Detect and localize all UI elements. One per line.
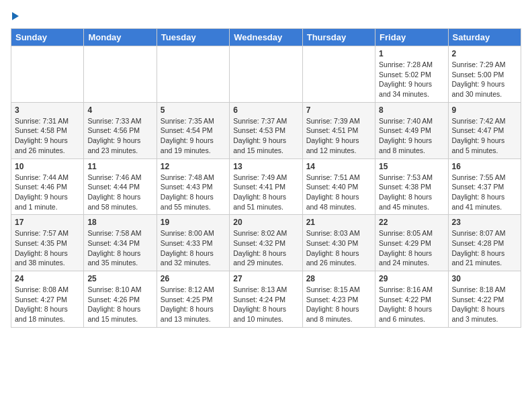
- calendar-cell: 10Sunrise: 7:44 AM Sunset: 4:46 PM Dayli…: [11, 158, 84, 215]
- calendar-week-row: 1Sunrise: 7:28 AM Sunset: 5:02 PM Daylig…: [11, 46, 521, 103]
- calendar-cell: 12Sunrise: 7:48 AM Sunset: 4:43 PM Dayli…: [157, 158, 229, 215]
- calendar-day-header: Friday: [375, 29, 448, 46]
- day-info: Sunrise: 8:15 AM Sunset: 4:23 PM Dayligh…: [306, 285, 371, 324]
- day-number: 4: [87, 105, 152, 115]
- day-number: 21: [306, 218, 371, 227]
- day-number: 23: [452, 218, 517, 227]
- logo-arrow-icon: [12, 12, 19, 20]
- day-info: Sunrise: 8:00 AM Sunset: 4:33 PM Dayligh…: [161, 228, 226, 268]
- calendar-cell: [84, 46, 157, 103]
- day-number: 6: [233, 105, 298, 115]
- day-info: Sunrise: 7:37 AM Sunset: 4:53 PM Dayligh…: [233, 116, 298, 156]
- calendar-cell: 5Sunrise: 7:35 AM Sunset: 4:54 PM Daylig…: [157, 102, 229, 158]
- calendar-cell: 29Sunrise: 8:16 AM Sunset: 4:22 PM Dayli…: [375, 271, 448, 328]
- day-number: 27: [233, 274, 298, 283]
- calendar-day-header: Thursday: [302, 29, 375, 46]
- calendar-cell: 18Sunrise: 7:58 AM Sunset: 4:34 PM Dayli…: [84, 215, 157, 271]
- calendar-cell: 25Sunrise: 8:10 AM Sunset: 4:26 PM Dayli…: [84, 271, 157, 328]
- day-info: Sunrise: 8:12 AM Sunset: 4:25 PM Dayligh…: [161, 285, 226, 324]
- calendar-cell: 20Sunrise: 8:02 AM Sunset: 4:32 PM Dayli…: [230, 215, 302, 271]
- day-number: 7: [306, 105, 371, 115]
- calendar-cell: 13Sunrise: 7:49 AM Sunset: 4:41 PM Dayli…: [230, 158, 302, 215]
- day-info: Sunrise: 8:05 AM Sunset: 4:29 PM Dayligh…: [379, 228, 444, 268]
- day-number: 8: [379, 105, 444, 115]
- day-info: Sunrise: 8:07 AM Sunset: 4:28 PM Dayligh…: [452, 228, 517, 268]
- day-number: 13: [233, 162, 298, 171]
- calendar-cell: 23Sunrise: 8:07 AM Sunset: 4:28 PM Dayli…: [448, 215, 521, 271]
- day-number: 24: [15, 274, 80, 283]
- calendar-cell: 11Sunrise: 7:46 AM Sunset: 4:44 PM Dayli…: [84, 158, 157, 215]
- calendar-cell: 24Sunrise: 8:08 AM Sunset: 4:27 PM Dayli…: [11, 271, 84, 328]
- calendar-cell: 27Sunrise: 8:13 AM Sunset: 4:24 PM Dayli…: [230, 271, 302, 328]
- calendar-day-header: Saturday: [448, 29, 521, 46]
- day-number: 5: [161, 105, 226, 115]
- calendar-cell: 2Sunrise: 7:29 AM Sunset: 5:00 PM Daylig…: [448, 46, 521, 103]
- calendar-cell: 30Sunrise: 8:18 AM Sunset: 4:22 PM Dayli…: [448, 271, 521, 328]
- day-info: Sunrise: 8:03 AM Sunset: 4:30 PM Dayligh…: [306, 228, 371, 268]
- calendar-day-header: Wednesday: [230, 29, 302, 46]
- day-number: 18: [87, 218, 152, 227]
- calendar-week-row: 24Sunrise: 8:08 AM Sunset: 4:27 PM Dayli…: [11, 271, 521, 328]
- day-number: 11: [87, 162, 152, 171]
- calendar-week-row: 17Sunrise: 7:57 AM Sunset: 4:35 PM Dayli…: [11, 215, 521, 271]
- day-info: Sunrise: 7:29 AM Sunset: 5:00 PM Dayligh…: [452, 60, 517, 99]
- calendar-cell: [157, 46, 229, 103]
- calendar-table: SundayMondayTuesdayWednesdayThursdayFrid…: [11, 28, 521, 328]
- day-info: Sunrise: 8:16 AM Sunset: 4:22 PM Dayligh…: [379, 285, 444, 324]
- day-info: Sunrise: 7:49 AM Sunset: 4:41 PM Dayligh…: [233, 173, 298, 212]
- day-number: 1: [379, 49, 444, 58]
- day-info: Sunrise: 8:10 AM Sunset: 4:26 PM Dayligh…: [87, 285, 152, 324]
- calendar-header-row: SundayMondayTuesdayWednesdayThursdayFrid…: [11, 29, 521, 46]
- day-number: 3: [15, 105, 80, 115]
- day-number: 16: [452, 162, 517, 171]
- day-number: 29: [379, 274, 444, 283]
- day-number: 19: [161, 218, 226, 227]
- day-info: Sunrise: 7:44 AM Sunset: 4:46 PM Dayligh…: [15, 173, 80, 212]
- day-number: 30: [452, 274, 517, 283]
- calendar-cell: 26Sunrise: 8:12 AM Sunset: 4:25 PM Dayli…: [157, 271, 229, 328]
- day-number: 26: [161, 274, 226, 283]
- calendar-cell: 21Sunrise: 8:03 AM Sunset: 4:30 PM Dayli…: [302, 215, 375, 271]
- calendar-week-row: 10Sunrise: 7:44 AM Sunset: 4:46 PM Dayli…: [11, 158, 521, 215]
- day-info: Sunrise: 7:35 AM Sunset: 4:54 PM Dayligh…: [161, 116, 226, 156]
- day-info: Sunrise: 7:46 AM Sunset: 4:44 PM Dayligh…: [87, 173, 152, 212]
- calendar-week-row: 3Sunrise: 7:31 AM Sunset: 4:58 PM Daylig…: [11, 102, 521, 158]
- day-info: Sunrise: 8:18 AM Sunset: 4:22 PM Dayligh…: [452, 285, 517, 324]
- day-number: 20: [233, 218, 298, 227]
- calendar-day-header: Monday: [84, 29, 157, 46]
- calendar-cell: 4Sunrise: 7:33 AM Sunset: 4:56 PM Daylig…: [84, 102, 157, 158]
- calendar-cell: 19Sunrise: 8:00 AM Sunset: 4:33 PM Dayli…: [157, 215, 229, 271]
- page-header: [11, 11, 521, 20]
- calendar-cell: 17Sunrise: 7:57 AM Sunset: 4:35 PM Dayli…: [11, 215, 84, 271]
- day-info: Sunrise: 7:40 AM Sunset: 4:49 PM Dayligh…: [379, 116, 444, 156]
- day-info: Sunrise: 7:55 AM Sunset: 4:37 PM Dayligh…: [452, 173, 517, 212]
- day-number: 10: [15, 162, 80, 171]
- day-number: 2: [452, 49, 517, 58]
- calendar-cell: 7Sunrise: 7:39 AM Sunset: 4:51 PM Daylig…: [302, 102, 375, 158]
- day-number: 22: [379, 218, 444, 227]
- calendar-cell: [230, 46, 302, 103]
- day-info: Sunrise: 8:02 AM Sunset: 4:32 PM Dayligh…: [233, 228, 298, 268]
- calendar-cell: 6Sunrise: 7:37 AM Sunset: 4:53 PM Daylig…: [230, 102, 302, 158]
- day-info: Sunrise: 7:42 AM Sunset: 4:47 PM Dayligh…: [452, 116, 517, 156]
- calendar-day-header: Sunday: [11, 29, 84, 46]
- calendar-cell: 9Sunrise: 7:42 AM Sunset: 4:47 PM Daylig…: [448, 102, 521, 158]
- day-info: Sunrise: 8:13 AM Sunset: 4:24 PM Dayligh…: [233, 285, 298, 324]
- calendar-cell: 14Sunrise: 7:51 AM Sunset: 4:40 PM Dayli…: [302, 158, 375, 215]
- day-info: Sunrise: 7:57 AM Sunset: 4:35 PM Dayligh…: [15, 228, 80, 268]
- day-number: 28: [306, 274, 371, 283]
- day-number: 15: [379, 162, 444, 171]
- day-number: 12: [161, 162, 226, 171]
- day-info: Sunrise: 7:39 AM Sunset: 4:51 PM Dayligh…: [306, 116, 371, 156]
- calendar-cell: 28Sunrise: 8:15 AM Sunset: 4:23 PM Dayli…: [302, 271, 375, 328]
- calendar-cell: 8Sunrise: 7:40 AM Sunset: 4:49 PM Daylig…: [375, 102, 448, 158]
- calendar-cell: [302, 46, 375, 103]
- day-info: Sunrise: 7:28 AM Sunset: 5:02 PM Dayligh…: [379, 60, 444, 99]
- calendar-cell: 15Sunrise: 7:53 AM Sunset: 4:38 PM Dayli…: [375, 158, 448, 215]
- logo: [11, 11, 19, 20]
- day-info: Sunrise: 7:53 AM Sunset: 4:38 PM Dayligh…: [379, 173, 444, 212]
- calendar-cell: 1Sunrise: 7:28 AM Sunset: 5:02 PM Daylig…: [375, 46, 448, 103]
- calendar-day-header: Tuesday: [157, 29, 229, 46]
- calendar-cell: 16Sunrise: 7:55 AM Sunset: 4:37 PM Dayli…: [448, 158, 521, 215]
- day-number: 14: [306, 162, 371, 171]
